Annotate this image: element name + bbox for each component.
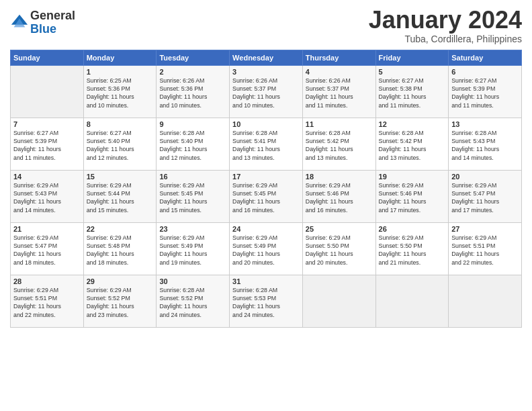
calendar-cell: 11Sunrise: 6:28 AM Sunset: 5:42 PM Dayli… <box>302 118 375 170</box>
cell-info: Sunrise: 6:29 AM Sunset: 5:43 PM Dayligh… <box>13 181 81 214</box>
calendar-cell: 21Sunrise: 6:29 AM Sunset: 5:47 PM Dayli… <box>11 222 84 275</box>
day-number: 31 <box>232 277 300 285</box>
day-number: 5 <box>379 68 446 76</box>
cell-info: Sunrise: 6:28 AM Sunset: 5:52 PM Dayligh… <box>159 286 226 319</box>
weekday-header-monday: Monday <box>83 50 157 65</box>
day-number: 13 <box>451 120 519 128</box>
week-row-4: 21Sunrise: 6:29 AM Sunset: 5:47 PM Dayli… <box>11 222 522 275</box>
calendar-cell: 25Sunrise: 6:29 AM Sunset: 5:50 PM Dayli… <box>302 222 375 275</box>
calendar-cell: 23Sunrise: 6:29 AM Sunset: 5:49 PM Dayli… <box>157 222 230 275</box>
cell-info: Sunrise: 6:27 AM Sunset: 5:40 PM Dayligh… <box>87 129 154 162</box>
cell-info: Sunrise: 6:26 AM Sunset: 5:37 PM Dayligh… <box>306 77 373 109</box>
day-number: 1 <box>87 68 154 76</box>
cell-info: Sunrise: 6:29 AM Sunset: 5:49 PM Dayligh… <box>159 234 226 267</box>
calendar-cell: 7Sunrise: 6:27 AM Sunset: 5:39 PM Daylig… <box>11 118 84 170</box>
day-number: 14 <box>13 173 81 181</box>
cell-info: Sunrise: 6:27 AM Sunset: 5:39 PM Dayligh… <box>13 129 81 162</box>
header: General Blue January 2024 Tuba, Cordille… <box>10 7 522 44</box>
calendar-cell <box>302 275 375 327</box>
day-number: 22 <box>87 225 154 233</box>
calendar-title: January 2024 <box>369 7 522 34</box>
cell-info: Sunrise: 6:28 AM Sunset: 5:41 PM Dayligh… <box>232 129 300 162</box>
cell-info: Sunrise: 6:27 AM Sunset: 5:38 PM Dayligh… <box>379 77 446 109</box>
day-number: 28 <box>13 277 81 285</box>
cell-info: Sunrise: 6:29 AM Sunset: 5:50 PM Dayligh… <box>379 234 446 267</box>
calendar-cell <box>11 65 84 118</box>
day-number: 6 <box>451 68 519 76</box>
calendar-cell: 15Sunrise: 6:29 AM Sunset: 5:44 PM Dayli… <box>83 170 157 222</box>
logo: General Blue <box>10 9 75 36</box>
cell-info: Sunrise: 6:29 AM Sunset: 5:48 PM Dayligh… <box>87 234 154 267</box>
day-number: 4 <box>306 68 373 76</box>
title-block: January 2024 Tuba, Cordillera, Philippin… <box>369 7 522 44</box>
calendar-cell: 29Sunrise: 6:29 AM Sunset: 5:52 PM Dayli… <box>83 275 157 327</box>
calendar-cell: 13Sunrise: 6:28 AM Sunset: 5:43 PM Dayli… <box>449 118 522 170</box>
calendar-cell: 16Sunrise: 6:29 AM Sunset: 5:45 PM Dayli… <box>157 170 230 222</box>
calendar-cell: 22Sunrise: 6:29 AM Sunset: 5:48 PM Dayli… <box>83 222 157 275</box>
calendar-cell: 20Sunrise: 6:29 AM Sunset: 5:47 PM Dayli… <box>449 170 522 222</box>
day-number: 18 <box>306 173 373 181</box>
calendar-cell <box>375 275 449 327</box>
cell-info: Sunrise: 6:29 AM Sunset: 5:49 PM Dayligh… <box>232 234 300 267</box>
calendar-cell: 9Sunrise: 6:28 AM Sunset: 5:40 PM Daylig… <box>157 118 230 170</box>
week-row-2: 7Sunrise: 6:27 AM Sunset: 5:39 PM Daylig… <box>11 118 522 170</box>
logo-icon <box>10 13 29 32</box>
cell-info: Sunrise: 6:29 AM Sunset: 5:44 PM Dayligh… <box>87 181 154 214</box>
calendar-cell: 4Sunrise: 6:26 AM Sunset: 5:37 PM Daylig… <box>302 65 375 118</box>
calendar-cell: 18Sunrise: 6:29 AM Sunset: 5:46 PM Dayli… <box>302 170 375 222</box>
cell-info: Sunrise: 6:25 AM Sunset: 5:36 PM Dayligh… <box>87 77 154 109</box>
week-row-1: 1Sunrise: 6:25 AM Sunset: 5:36 PM Daylig… <box>11 65 522 118</box>
cell-info: Sunrise: 6:28 AM Sunset: 5:40 PM Dayligh… <box>159 129 226 162</box>
weekday-header-thursday: Thursday <box>302 50 375 65</box>
weekday-header-tuesday: Tuesday <box>157 50 230 65</box>
cell-info: Sunrise: 6:28 AM Sunset: 5:43 PM Dayligh… <box>451 129 519 162</box>
calendar-cell: 10Sunrise: 6:28 AM Sunset: 5:41 PM Dayli… <box>230 118 303 170</box>
calendar-cell: 2Sunrise: 6:26 AM Sunset: 5:36 PM Daylig… <box>157 65 230 118</box>
day-number: 30 <box>159 277 226 285</box>
calendar-cell: 3Sunrise: 6:26 AM Sunset: 5:37 PM Daylig… <box>230 65 303 118</box>
weekday-header-saturday: Saturday <box>449 50 522 65</box>
cell-info: Sunrise: 6:29 AM Sunset: 5:51 PM Dayligh… <box>13 286 81 319</box>
page: General Blue January 2024 Tuba, Cordille… <box>0 0 532 411</box>
day-number: 20 <box>451 173 519 181</box>
day-number: 24 <box>232 225 300 233</box>
calendar-subtitle: Tuba, Cordillera, Philippines <box>369 34 522 44</box>
calendar-cell <box>449 275 522 327</box>
calendar-cell: 28Sunrise: 6:29 AM Sunset: 5:51 PM Dayli… <box>11 275 84 327</box>
week-row-3: 14Sunrise: 6:29 AM Sunset: 5:43 PM Dayli… <box>11 170 522 222</box>
calendar-cell: 1Sunrise: 6:25 AM Sunset: 5:36 PM Daylig… <box>83 65 157 118</box>
cell-info: Sunrise: 6:29 AM Sunset: 5:51 PM Dayligh… <box>451 234 519 267</box>
cell-info: Sunrise: 6:29 AM Sunset: 5:47 PM Dayligh… <box>451 181 519 214</box>
cell-info: Sunrise: 6:29 AM Sunset: 5:52 PM Dayligh… <box>87 286 154 319</box>
cell-info: Sunrise: 6:29 AM Sunset: 5:45 PM Dayligh… <box>232 181 300 214</box>
cell-info: Sunrise: 6:28 AM Sunset: 5:53 PM Dayligh… <box>232 286 300 319</box>
calendar-table: SundayMondayTuesdayWednesdayThursdayFrid… <box>10 50 522 328</box>
cell-info: Sunrise: 6:29 AM Sunset: 5:50 PM Dayligh… <box>306 234 373 267</box>
day-number: 2 <box>159 68 226 76</box>
calendar-cell: 6Sunrise: 6:27 AM Sunset: 5:39 PM Daylig… <box>449 65 522 118</box>
calendar-cell: 27Sunrise: 6:29 AM Sunset: 5:51 PM Dayli… <box>449 222 522 275</box>
day-number: 12 <box>379 120 446 128</box>
cell-info: Sunrise: 6:29 AM Sunset: 5:46 PM Dayligh… <box>306 181 373 214</box>
day-number: 27 <box>451 225 519 233</box>
day-number: 23 <box>159 225 226 233</box>
logo-text: General Blue <box>30 9 75 36</box>
day-number: 25 <box>306 225 373 233</box>
weekday-header-wednesday: Wednesday <box>230 50 303 65</box>
day-number: 19 <box>379 173 446 181</box>
day-number: 16 <box>159 173 226 181</box>
calendar-cell: 26Sunrise: 6:29 AM Sunset: 5:50 PM Dayli… <box>375 222 449 275</box>
logo-blue: Blue <box>30 22 56 36</box>
cell-info: Sunrise: 6:29 AM Sunset: 5:46 PM Dayligh… <box>379 181 446 214</box>
cell-info: Sunrise: 6:28 AM Sunset: 5:42 PM Dayligh… <box>306 129 373 162</box>
day-number: 7 <box>13 120 81 128</box>
weekday-header-sunday: Sunday <box>11 50 84 65</box>
week-row-5: 28Sunrise: 6:29 AM Sunset: 5:51 PM Dayli… <box>11 275 522 327</box>
day-number: 29 <box>87 277 154 285</box>
day-number: 17 <box>232 173 300 181</box>
calendar-cell: 31Sunrise: 6:28 AM Sunset: 5:53 PM Dayli… <box>230 275 303 327</box>
calendar-cell: 14Sunrise: 6:29 AM Sunset: 5:43 PM Dayli… <box>11 170 84 222</box>
calendar-cell: 5Sunrise: 6:27 AM Sunset: 5:38 PM Daylig… <box>375 65 449 118</box>
calendar-cell: 24Sunrise: 6:29 AM Sunset: 5:49 PM Dayli… <box>230 222 303 275</box>
day-number: 11 <box>306 120 373 128</box>
